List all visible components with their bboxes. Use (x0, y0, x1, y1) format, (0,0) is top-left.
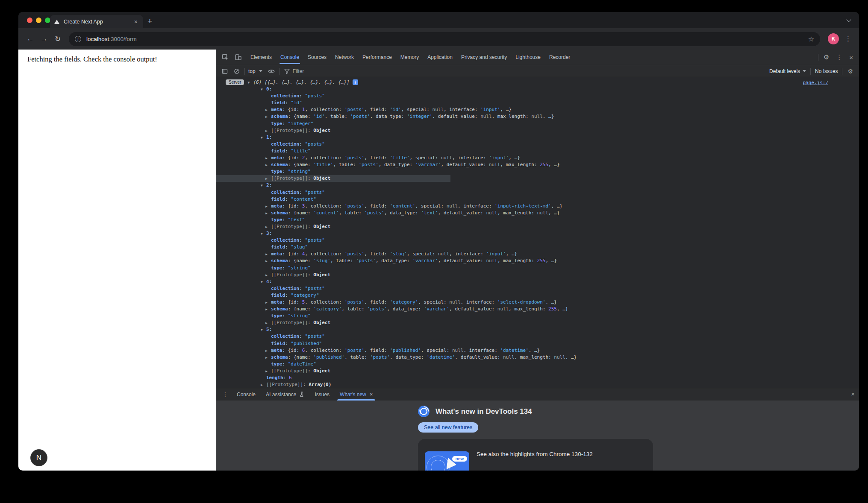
disclosure-arrow-icon[interactable]: ▼ (261, 231, 266, 237)
console-line[interactable]: ▼1: (216, 134, 859, 141)
disclosure-arrow-icon[interactable]: ▶ (265, 299, 271, 306)
close-window-button[interactable] (27, 18, 32, 23)
see-all-features-button[interactable]: See all new features (418, 422, 478, 433)
disclosure-arrow-icon[interactable]: ▶ (265, 107, 271, 114)
clear-console-icon[interactable] (231, 68, 243, 74)
console-settings-gear-icon[interactable]: ⚙ (844, 68, 856, 75)
disclosure-arrow-icon[interactable]: ▶ (265, 114, 271, 120)
disclosure-arrow-icon[interactable]: ▶ (265, 258, 271, 265)
console-line[interactable]: ▼4: (216, 278, 859, 285)
disclosure-arrow-icon[interactable]: ▼ (261, 279, 266, 286)
disclosure-arrow-icon[interactable]: ▼ (261, 135, 266, 141)
disclosure-arrow-icon[interactable]: ▶ (265, 162, 271, 169)
console-line[interactable]: ▶[[Prototype]]: Object (216, 127, 859, 134)
bookmark-star-icon[interactable]: ☆ (808, 35, 814, 43)
drawer-close-icon[interactable]: × (851, 390, 855, 398)
forward-button[interactable]: → (37, 32, 51, 46)
console-line[interactable]: ▶schema: {name: 'content', table: 'posts… (216, 210, 859, 216)
inspect-element-icon[interactable] (219, 54, 232, 61)
disclosure-arrow-icon[interactable]: ▶ (265, 175, 271, 182)
disclosure-arrow-icon[interactable]: ▶ (265, 348, 271, 354)
console-line[interactable]: ▼0: (216, 86, 859, 93)
levels-dropdown-icon[interactable] (803, 70, 806, 72)
console-line[interactable]: ▶[[Prototype]]: Object (216, 175, 450, 182)
log-levels-selector[interactable]: Default levels (769, 68, 800, 74)
disclosure-arrow-icon[interactable]: ▼ (261, 182, 266, 189)
console-sidebar-icon[interactable] (219, 68, 231, 74)
disclosure-arrow-icon[interactable]: ▶ (261, 382, 266, 388)
devtools-menu-icon[interactable]: ⋮ (833, 53, 846, 61)
disclosure-arrow-icon[interactable]: ▼ (247, 79, 253, 86)
context-selector[interactable]: top (248, 68, 256, 74)
console-line[interactable]: ▼2: (216, 182, 859, 189)
console-filter-input[interactable]: Filter (284, 68, 769, 74)
issues-counter[interactable]: No Issues (812, 68, 840, 74)
browser-tab[interactable]: Create Next App × (50, 15, 143, 28)
context-dropdown-icon[interactable] (259, 70, 262, 72)
tab-console[interactable]: Console (276, 50, 303, 65)
settings-gear-icon[interactable]: ⚙ (820, 53, 833, 61)
source-link[interactable]: page.js:7 (803, 79, 828, 86)
tab-elements[interactable]: Elements (246, 50, 276, 65)
highlights-card[interactable]: new See also the highlights from Chrome … (418, 439, 653, 471)
disclosure-arrow-icon[interactable]: ▼ (261, 327, 266, 333)
console-line[interactable]: ▼5: (216, 326, 859, 333)
console-line[interactable]: ▶meta: {id: 3, collection: 'posts', fiel… (216, 203, 859, 210)
disclosure-arrow-icon[interactable]: ▶ (265, 203, 271, 210)
tab-network[interactable]: Network (331, 50, 358, 65)
console-line[interactable]: ▶[[Prototype]]: Object (216, 319, 859, 326)
drawer-tab-close-icon[interactable]: × (370, 391, 373, 398)
disclosure-arrow-icon[interactable]: ▶ (265, 354, 271, 361)
disclosure-arrow-icon[interactable]: ▶ (265, 272, 271, 279)
tab-sources[interactable]: Sources (303, 50, 331, 65)
drawer-tab-ai-assistance[interactable]: AI assistance (261, 388, 309, 401)
console-line[interactable]: ▶[[Prototype]]: Object (216, 368, 859, 374)
tab-performance[interactable]: Performance (358, 50, 396, 65)
console-line[interactable]: ▶[[Prototype]]: Object (216, 272, 859, 278)
drawer-tab-console[interactable]: Console (232, 388, 261, 401)
disclosure-arrow-icon[interactable]: ▶ (265, 210, 271, 217)
disclosure-arrow-icon[interactable]: ▶ (265, 155, 271, 162)
console-line[interactable]: ▶[[Prototype]]: Object (216, 223, 859, 230)
device-toolbar-icon[interactable] (232, 54, 244, 61)
eye-icon[interactable] (265, 69, 278, 74)
browser-menu-icon[interactable]: ⋮ (842, 35, 854, 43)
tab-memory[interactable]: Memory (396, 50, 423, 65)
console-line[interactable]: ▶schema: {name: 'published', table: 'pos… (216, 354, 859, 361)
console-line[interactable]: ▶[[Prototype]]: Array(0) (216, 381, 859, 388)
console-line[interactable]: ▶schema: {name: 'title', table: 'posts',… (216, 161, 859, 168)
disclosure-arrow-icon[interactable]: ▶ (265, 306, 271, 313)
disclosure-arrow-icon[interactable]: ▶ (265, 251, 271, 258)
drawer-tab-what-s-new[interactable]: What's new× (335, 388, 378, 401)
profile-avatar[interactable]: K (828, 33, 839, 44)
nextjs-dev-button[interactable]: N (30, 449, 47, 466)
disclosure-arrow-icon[interactable]: ▶ (265, 368, 271, 375)
drawer-tab-issues[interactable]: Issues (309, 388, 335, 401)
tab-recorder[interactable]: Recorder (545, 50, 574, 65)
new-tab-button[interactable]: + (147, 15, 152, 27)
disclosure-arrow-icon[interactable]: ▶ (265, 128, 271, 135)
drawer-menu-icon[interactable]: ⋮ (219, 391, 232, 398)
console-line[interactable]: ▶meta: {id: 4, collection: 'posts', fiel… (216, 251, 859, 257)
chevron-down-icon[interactable] (846, 17, 851, 22)
console-line[interactable]: ▼3: (216, 230, 859, 237)
url-text[interactable]: localhost:3000/form (86, 36, 137, 42)
site-info-icon[interactable]: i (75, 36, 81, 42)
console-line[interactable]: ▶schema: {name: 'id', table: 'posts', da… (216, 113, 859, 120)
console-line[interactable]: ▶meta: {id: 6, collection: 'posts', fiel… (216, 347, 859, 354)
address-bar[interactable]: i localhost:3000/form ☆ (69, 32, 820, 46)
console-line[interactable]: ▶meta: {id: 1, collection: 'posts', fiel… (216, 106, 859, 113)
console-line[interactable]: ▶schema: {name: 'slug', table: 'posts', … (216, 257, 859, 264)
back-button[interactable]: ← (24, 32, 37, 46)
disclosure-arrow-icon[interactable]: ▶ (265, 224, 271, 231)
tab-application[interactable]: Application (423, 50, 457, 65)
tab-privacy-and-security[interactable]: Privacy and security (457, 50, 511, 65)
console-line[interactable]: ▶meta: {id: 5, collection: 'posts', fiel… (216, 299, 859, 306)
console-line[interactable]: ▶schema: {name: 'category', table: 'post… (216, 306, 859, 313)
devtools-close-icon[interactable]: × (846, 54, 856, 61)
minimize-window-button[interactable] (36, 18, 41, 23)
disclosure-arrow-icon[interactable]: ▼ (261, 86, 266, 93)
console-line[interactable]: ▶meta: {id: 2, collection: 'posts', fiel… (216, 155, 859, 161)
tab-lighthouse[interactable]: Lighthouse (511, 50, 545, 65)
console-line[interactable]: Server▼(6) [{…}, {…}, {…}, {…}, {…}, {…}… (216, 79, 859, 86)
